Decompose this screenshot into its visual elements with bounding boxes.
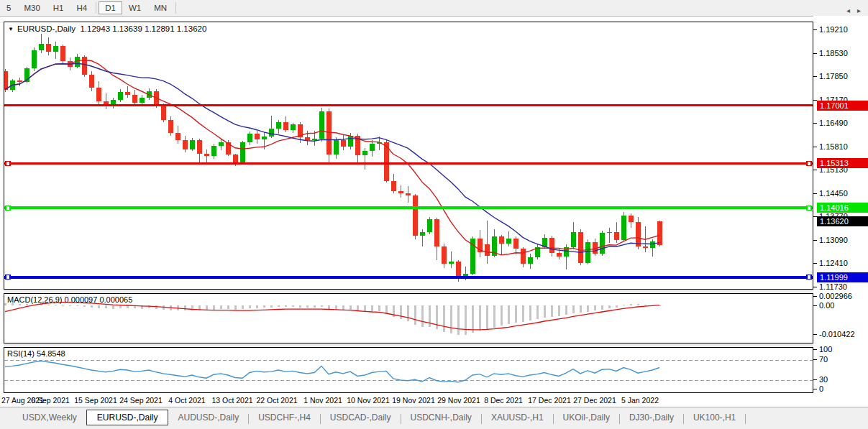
rsi-chart: [4, 348, 813, 392]
timeframe-button-h4[interactable]: H4: [70, 1, 93, 14]
timeframe-button-h1[interactable]: H1: [47, 1, 70, 14]
chart-tab-uk100[interactable]: UK100-,H1: [684, 410, 745, 425]
chart-tab-usdchf[interactable]: USDCHF-,H4: [249, 410, 320, 425]
timeframe-button-m30[interactable]: M30: [17, 1, 46, 14]
tab-scroll-arrows: ◂▸: [846, 6, 861, 14]
timeframe-button-d1[interactable]: D1: [99, 1, 122, 14]
timeframe-button-5[interactable]: 5: [0, 1, 17, 14]
date-axis-label: 27 Dec 2021: [573, 396, 616, 405]
chart-tab-usdx[interactable]: USDX,Weekly: [13, 410, 86, 425]
toolbar-separator: [96, 2, 96, 14]
price-axis-label: 1.11730: [819, 282, 847, 291]
chart-tab-eurusd[interactable]: EURUSD-,Daily: [86, 410, 169, 425]
tab-scroll-right-icon[interactable]: ▸: [857, 6, 861, 14]
date-axis-label: 17 Dec 2021: [528, 396, 571, 405]
chart-tab-usdcad[interactable]: USDCAD-,Daily: [321, 410, 401, 425]
rsi-axis-label: 70: [819, 355, 828, 364]
hline-price-tag: 1.14016: [817, 203, 868, 213]
rsi-axis-tick: [813, 349, 817, 350]
time-axis[interactable]: 27 Aug 20216 Sep 202115 Sep 202124 Sep 2…: [0, 394, 813, 407]
price-axis-tick: [813, 287, 817, 287]
date-axis-label: 22 Oct 2021: [256, 396, 297, 405]
timeframe-toolbar: 5M30H1H4D1W1MN: [0, 0, 868, 17]
hline-price-tag: 1.15313: [817, 158, 868, 168]
macd-axis-label: 0.002966: [819, 292, 852, 300]
timeframe-button-w1[interactable]: W1: [122, 1, 147, 14]
rsi-axis-tick: [813, 359, 817, 360]
tab-divider: [745, 414, 746, 424]
date-axis-label: 5 Jan 2022: [621, 396, 659, 405]
price-axis-tick: [813, 263, 817, 264]
chart-tab-xauusd[interactable]: XAUUSD-,H1: [482, 410, 553, 425]
price-axis-tick: [813, 147, 817, 147]
date-axis-label: 8 Dec 2021: [484, 396, 523, 405]
price-axis-tick: [813, 29, 817, 30]
chart-tab-audusd[interactable]: AUDUSD-,Daily: [168, 410, 248, 425]
date-axis-label: 10 Nov 2021: [347, 396, 390, 405]
toolbar-separator: [175, 2, 176, 14]
mt4-chart-window: 5M30H1H4D1W1MN ▼EURUSD-,Daily 1.12943 1.…: [0, 0, 868, 429]
current-price-tag: 1.13620: [817, 216, 868, 226]
macd-axis-label: -0.010422: [819, 330, 855, 338]
macd-axis-tick: [813, 296, 817, 297]
timeframe-button-mn[interactable]: MN: [147, 1, 173, 14]
hline-price-tag: 1.17001: [817, 101, 868, 111]
chart-tab-bar: USDX,WeeklyEURUSD-,DailyAUDUSD-,DailyUSD…: [0, 407, 868, 429]
price-chart-panel[interactable]: ▼EURUSD-,Daily 1.12943 1.13639 1.12891 1…: [4, 22, 813, 290]
price-axis-tick: [813, 76, 817, 77]
macd-axis-tick: [813, 305, 817, 306]
hline-price-tag: 1.11999: [817, 272, 868, 282]
price-axis-label: 1.17850: [819, 72, 848, 80]
macd-axis-tick: [813, 334, 817, 335]
date-axis-label: 6 Sep 2021: [31, 396, 70, 405]
price-axis-label: 1.13090: [819, 236, 848, 244]
price-axis-label: 1.18530: [819, 49, 848, 57]
macd-panel[interactable]: MACD(12,26,9) 0.000097 0.000065: [4, 293, 813, 343]
price-axis-label: 1.16490: [819, 119, 848, 127]
date-axis-label: 4 Oct 2021: [168, 396, 205, 405]
date-axis-label: 24 Sep 2021: [119, 396, 163, 405]
chart-tab-ukoil[interactable]: UKOil-,Daily: [554, 410, 619, 425]
price-axis-label: 1.19210: [819, 25, 848, 34]
chart-title: ▼EURUSD-,Daily 1.12943 1.13639 1.12891 1…: [8, 24, 206, 33]
price-axis-tick: [813, 240, 817, 241]
price-axis-tick: [813, 123, 817, 124]
rsi-label: RSI(14) 54.8548: [7, 349, 65, 358]
price-axis-label: 1.12410: [819, 259, 848, 267]
price-axis[interactable]: 1.192101.185301.178501.171701.164901.158…: [813, 16, 868, 407]
rsi-axis-label: 100: [819, 345, 832, 354]
chart-ohlc-values: 1.12943 1.13639 1.12891 1.13620: [80, 24, 206, 33]
rsi-axis-tick: [813, 389, 817, 389]
date-axis-label: 19 Nov 2021: [392, 396, 435, 405]
rsi-axis-tick: [813, 379, 817, 380]
date-axis-label: 29 Nov 2021: [437, 396, 480, 405]
chart-tab-usdcnh[interactable]: USDCNH-,Daily: [401, 410, 481, 425]
date-axis-label: 1 Nov 2021: [303, 396, 342, 405]
price-axis-label: 1.14450: [819, 189, 848, 198]
macd-label: MACD(12,26,9) 0.000097 0.000065: [7, 295, 132, 304]
price-axis-label: 1.15810: [819, 142, 848, 151]
price-axis-tick: [813, 170, 817, 170]
price-axis-tick: [813, 53, 817, 54]
date-axis-label: 15 Sep 2021: [74, 396, 117, 405]
rsi-axis-label: 30: [819, 375, 828, 384]
rsi-panel[interactable]: RSI(14) 54.8548: [4, 347, 813, 393]
rsi-axis-label: 0: [819, 384, 823, 393]
chart-tab-dj30[interactable]: DJ30-,Daily: [620, 410, 683, 425]
candlestick-chart[interactable]: [4, 22, 813, 289]
date-axis-label: 13 Oct 2021: [211, 396, 252, 405]
symbol-dropdown-icon: ▼: [8, 26, 14, 32]
macd-axis-label: 0.00: [819, 301, 834, 310]
tab-scroll-left-icon[interactable]: ◂: [846, 6, 850, 14]
chart-symbol-label: EURUSD-,Daily: [17, 24, 76, 33]
price-axis-tick: [813, 193, 817, 194]
